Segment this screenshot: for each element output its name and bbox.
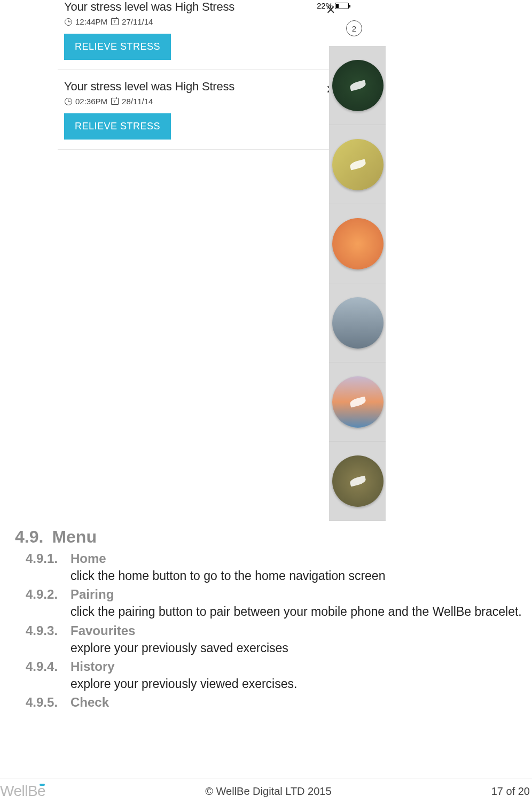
notification-title: Your stress level was High Stress	[64, 0, 334, 14]
list-item[interactable]	[329, 125, 386, 204]
list-item[interactable]	[329, 46, 386, 125]
subsection-title: Home	[71, 551, 106, 566]
clock-icon	[64, 18, 72, 26]
notification-meta: 12:44PM 27/11/14	[64, 17, 334, 26]
exercise-thumbnails	[329, 46, 386, 521]
notification-time: 12:44PM	[75, 17, 107, 26]
relieve-stress-button[interactable]: RELIEVE STRESS	[64, 113, 171, 140]
calendar-icon	[111, 97, 119, 105]
list-item[interactable]	[329, 283, 386, 362]
relieve-stress-button[interactable]: RELIEVE STRESS	[64, 34, 171, 60]
section-title: Menu	[52, 527, 97, 547]
subsection-number: 4.9.2.	[26, 587, 63, 602]
calendar-icon	[111, 18, 119, 26]
close-icon[interactable]: ✕	[326, 4, 335, 16]
subsection-number: 4.9.4.	[26, 659, 63, 674]
body-text: explore your previously saved exercises	[71, 639, 527, 657]
notification-meta: 02:36PM 28/11/14	[64, 97, 334, 106]
subsection-number: 4.9.5.	[26, 695, 63, 710]
logo: WellBe	[0, 783, 45, 800]
notification-date: 27/11/14	[122, 17, 153, 26]
subsection-title: Pairing	[71, 587, 114, 602]
subsection-title: History	[71, 659, 115, 674]
list-item[interactable]	[329, 204, 386, 283]
exercise-thumbnail	[332, 139, 384, 190]
exercise-thumbnail	[332, 455, 384, 507]
notification-title: Your stress level was High Stress	[64, 80, 334, 94]
clock-icon	[64, 97, 72, 105]
page-footer: WellBe © WellBe Digital LTD 2015 17 of 2…	[0, 778, 532, 800]
body-text: click the home button to go to the home …	[71, 567, 527, 585]
exercise-thumbnail	[332, 376, 384, 428]
list-item[interactable]	[329, 442, 386, 521]
subsection-title: Check	[71, 695, 109, 710]
notification-card: ✕ Your stress level was High Stress 12:4…	[58, 0, 341, 70]
body-text: click the pairing button to pair between…	[71, 603, 527, 621]
page-number: 17 of 20	[491, 785, 530, 798]
body-text: explore your previously viewed exercises…	[71, 675, 527, 693]
section-number: 4.9.	[15, 527, 43, 547]
notification-date: 28/11/14	[122, 97, 153, 106]
subsection-title: Favourites	[71, 623, 135, 638]
subsection-number: 4.9.1.	[26, 551, 63, 566]
notification-count-badge[interactable]: 2	[346, 20, 362, 36]
list-item[interactable]	[329, 362, 386, 442]
copyright: © WellBe Digital LTD 2015	[205, 785, 331, 798]
app-screenshot: 22% 2 ✕ Your stress level was High Stres…	[58, 0, 341, 523]
notification-card: ✕ Your stress level was High Stress 02:3…	[58, 80, 341, 150]
exercise-thumbnail	[332, 60, 384, 111]
exercise-thumbnail	[332, 218, 384, 269]
subsection-number: 4.9.3.	[26, 623, 63, 638]
exercise-thumbnail	[332, 297, 384, 349]
notification-time: 02:36PM	[75, 97, 107, 106]
document-body: 4.9. Menu 4.9.1. Home click the home but…	[15, 527, 532, 710]
